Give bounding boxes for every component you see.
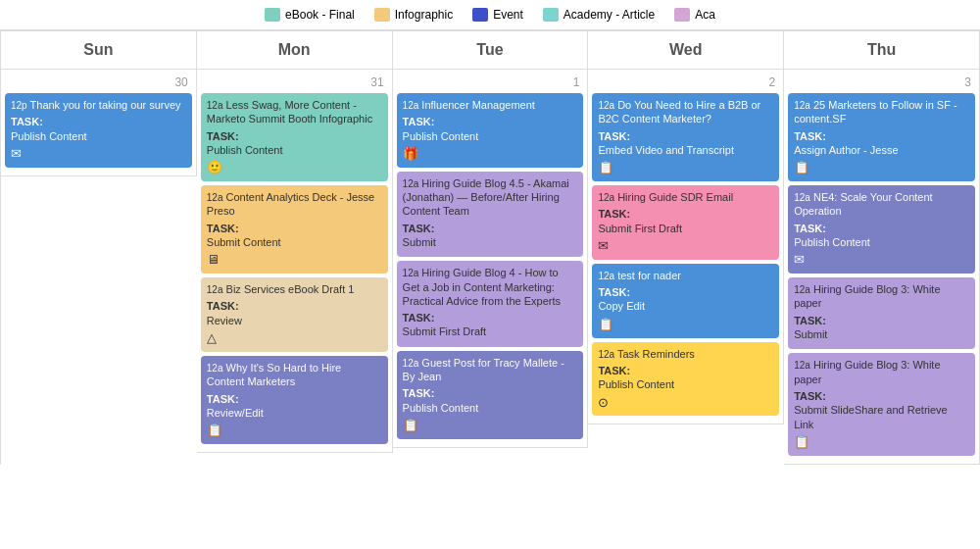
event-icon: 🎁 bbox=[403, 146, 578, 163]
event-icon: 📋 bbox=[598, 160, 773, 176]
task-value: Review/Edit bbox=[207, 406, 382, 420]
task-value: Copy Edit bbox=[598, 299, 773, 313]
day-col-tue: 1 12a Influencer Management TASK: Publis… bbox=[393, 70, 589, 448]
event-card[interactable]: 12a Why It's So Hard to Hire Content Mar… bbox=[201, 356, 388, 444]
task-value: Submit bbox=[403, 235, 578, 249]
task-label: TASK: bbox=[598, 285, 773, 299]
event-card[interactable]: 12a 25 Marketers to Follow in SF - conte… bbox=[788, 93, 975, 181]
task-label: TASK: bbox=[794, 389, 969, 403]
task-value: Submit bbox=[794, 327, 969, 341]
event-card[interactable]: 12a test for nader TASK: Copy Edit 📋 bbox=[592, 264, 779, 338]
task-label: TASK: bbox=[403, 115, 578, 128]
event-time: 12a bbox=[598, 192, 614, 203]
event-card[interactable]: 12a Do You Need to Hire a B2B or B2C Con… bbox=[592, 93, 779, 181]
event-time: 12p bbox=[11, 100, 27, 111]
event-card[interactable]: 12a Guest Post for Tracy Mallete - By Je… bbox=[397, 351, 584, 439]
event-title: 12a Why It's So Hard to Hire Content Mar… bbox=[207, 361, 382, 389]
calendar-container: eBook - Final Infographic Event Academy … bbox=[0, 0, 980, 465]
task-label: TASK: bbox=[207, 299, 382, 313]
event-title: 12a Hiring Guide Blog 3: White paper bbox=[794, 282, 969, 311]
event-icon: 🙂 bbox=[207, 160, 382, 176]
day-col-mon: 31 12a Less Swag, More Content - Marketo… bbox=[197, 70, 393, 453]
event-title: 12a Biz Services eBook Draft 1 bbox=[207, 282, 382, 296]
event-card[interactable]: 12a Less Swag, More Content - Marketo Su… bbox=[201, 93, 388, 181]
event-time: 12a bbox=[794, 100, 810, 111]
col-header-sun: Sun bbox=[1, 31, 197, 70]
day-number-sun: 30 bbox=[5, 74, 192, 93]
legend-label-ebook: eBook - Final bbox=[285, 8, 355, 22]
event-time: 12a bbox=[207, 363, 223, 374]
legend-label-event: Event bbox=[493, 8, 523, 22]
col-header-tue: Tue bbox=[393, 31, 589, 70]
legend-color-event bbox=[472, 8, 488, 22]
event-time: 12a bbox=[403, 100, 419, 111]
legend-item-academy: Academy - Article bbox=[543, 8, 655, 22]
task-value: Submit Content bbox=[207, 235, 382, 249]
event-title: 12a Less Swag, More Content - Marketo Su… bbox=[207, 98, 382, 126]
day-number-mon: 31 bbox=[201, 74, 388, 93]
day-col-sun: 30 12p Thank you for taking our survey T… bbox=[1, 70, 197, 176]
task-label: TASK: bbox=[403, 311, 578, 324]
day-col-wed: 2 12a Do You Need to Hire a B2B or B2C C… bbox=[588, 70, 784, 424]
event-icon: △ bbox=[207, 330, 382, 347]
task-value: Publish Content bbox=[403, 129, 578, 143]
event-card[interactable]: 12a Hiring Guide Blog 3: White paper TAS… bbox=[788, 277, 975, 349]
task-label: TASK: bbox=[403, 386, 578, 400]
task-value: Publish Content bbox=[11, 129, 186, 143]
event-title: 12a Guest Post for Tracy Mallete - By Je… bbox=[403, 356, 578, 384]
event-time: 12a bbox=[207, 192, 223, 203]
event-card[interactable]: 12a Hiring Guide Blog 3: White paper TAS… bbox=[788, 353, 975, 455]
event-card[interactable]: 12a NE4: Scale Your Content Operation TA… bbox=[788, 185, 975, 274]
event-time: 12a bbox=[794, 360, 810, 371]
legend-color-infographic bbox=[374, 8, 390, 22]
task-value: Embed Video and Transcript bbox=[598, 143, 773, 157]
task-value: Review bbox=[207, 314, 382, 327]
task-label: TASK: bbox=[794, 222, 969, 235]
legend-item-infographic: Infographic bbox=[374, 8, 453, 22]
event-title: 12a Influencer Management bbox=[403, 98, 578, 112]
event-card[interactable]: 12a Biz Services eBook Draft 1 TASK: Rev… bbox=[201, 277, 388, 352]
event-icon: ⊙ bbox=[598, 395, 773, 412]
event-icon: 📋 bbox=[598, 317, 773, 333]
task-value: Publish Content bbox=[403, 401, 578, 415]
event-card[interactable]: 12p Thank you for taking our survey TASK… bbox=[5, 93, 192, 168]
event-title: 12a Task Reminders bbox=[598, 347, 773, 361]
day-number-tue: 1 bbox=[397, 74, 584, 93]
task-value: Assign Author - Jesse bbox=[794, 143, 969, 157]
event-icon: ✉ bbox=[598, 238, 773, 255]
event-title: 12a Do You Need to Hire a B2B or B2C Con… bbox=[598, 98, 773, 126]
event-title: 12a Hiring Guide Blog 3: White paper bbox=[794, 358, 969, 386]
event-title: 12a NE4: Scale Your Content Operation bbox=[794, 190, 969, 219]
event-card[interactable]: 12a Task Reminders TASK: Publish Content… bbox=[592, 342, 779, 417]
legend-color-ebook bbox=[265, 8, 280, 22]
event-time: 12a bbox=[207, 100, 223, 111]
task-label: TASK: bbox=[207, 392, 382, 406]
task-label: TASK: bbox=[598, 207, 773, 221]
event-card[interactable]: 12a Hiring Guide Blog 4 - How to Get a J… bbox=[397, 261, 584, 346]
legend-item-event: Event bbox=[472, 8, 523, 22]
event-time: 12a bbox=[403, 178, 419, 189]
col-header-thu: Thu bbox=[784, 31, 980, 70]
task-label: TASK: bbox=[11, 115, 186, 128]
day-col-thu: 3 12a 25 Marketers to Follow in SF - con… bbox=[784, 70, 980, 465]
event-card[interactable]: 12a Hiring Guide Blog 4.5 - Akamai (Jona… bbox=[397, 172, 584, 257]
event-title: 12a 25 Marketers to Follow in SF - conte… bbox=[794, 98, 969, 126]
event-card[interactable]: 12a Influencer Management TASK: Publish … bbox=[397, 93, 584, 168]
task-value: Publish Content bbox=[207, 143, 382, 157]
col-header-mon: Mon bbox=[197, 31, 393, 70]
day-number-wed: 2 bbox=[592, 74, 779, 93]
legend-color-academy bbox=[543, 8, 559, 22]
event-icon: ✉ bbox=[11, 146, 186, 163]
event-time: 12a bbox=[598, 100, 614, 111]
event-card[interactable]: 12a Hiring Guide SDR Email TASK: Submit … bbox=[592, 185, 779, 260]
event-card[interactable]: 12a Content Analytics Deck - Jesse Preso… bbox=[201, 185, 388, 274]
event-time: 12a bbox=[794, 284, 810, 295]
task-label: TASK: bbox=[207, 129, 382, 143]
task-value: Submit SlideShare and Retrieve Link bbox=[794, 403, 969, 431]
event-time: 12a bbox=[794, 192, 810, 203]
event-icon: 📋 bbox=[794, 160, 969, 176]
legend-bar: eBook - Final Infographic Event Academy … bbox=[0, 0, 980, 30]
task-label: TASK: bbox=[207, 222, 382, 235]
event-time: 12a bbox=[207, 284, 223, 295]
legend-label-aca: Aca bbox=[695, 8, 715, 22]
